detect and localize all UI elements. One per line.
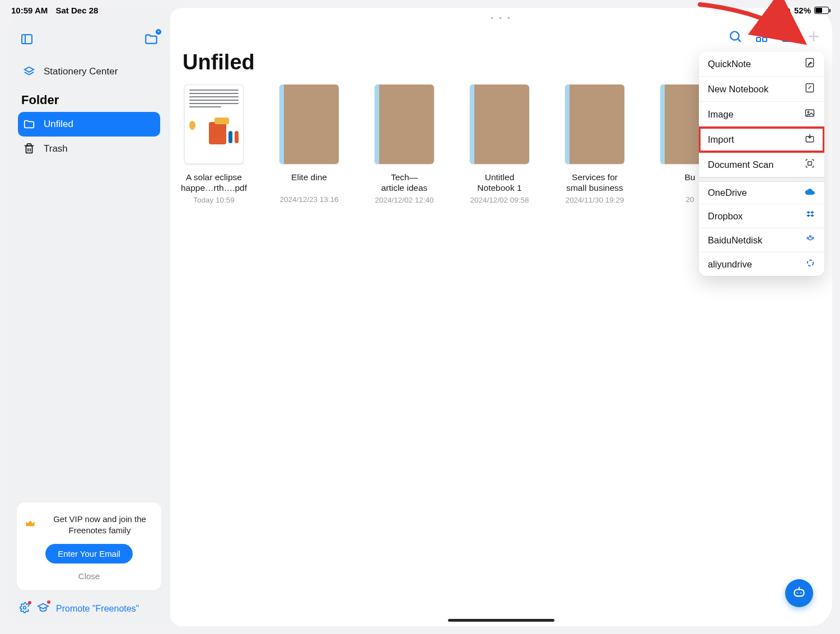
compose-icon[interactable]: [781, 30, 794, 45]
svg-rect-10: [763, 31, 767, 35]
notebook-date: 2024/12/02 12:40: [366, 196, 442, 204]
notebook-card[interactable]: Elite dine2024/12/23 13:16: [271, 84, 347, 204]
notebook-date: 2024/12/02 09:58: [461, 196, 538, 204]
dropdown-label: OneDrive: [708, 187, 747, 198]
image-icon: [804, 107, 815, 121]
notebook-card[interactable]: Services forsmall business2024/11/30 19:…: [557, 84, 633, 204]
notebook-card[interactable]: A solar eclipse happe…rth….pdfToday 10:5…: [176, 84, 252, 204]
enter-email-button[interactable]: Enter Your Email: [45, 544, 133, 563]
battery-pct: 52%: [794, 6, 811, 15]
notebook-title: Services forsmall business: [557, 172, 633, 194]
dropdown-separator: [699, 177, 824, 182]
svg-rect-12: [763, 37, 767, 41]
wifi-icon: [771, 6, 781, 14]
promote-link[interactable]: Promote "Freenotes": [56, 604, 139, 614]
notebook-title: Tech—article ideas: [366, 172, 442, 194]
svg-rect-21: [808, 162, 812, 166]
status-time: 10:59 AM: [11, 6, 48, 15]
notebook-card[interactable]: UntitledNotebook 12024/12/02 09:58: [461, 84, 538, 204]
notebook-icon: [804, 82, 815, 96]
notebook-thumb: [565, 84, 624, 164]
svg-point-27: [797, 592, 798, 593]
svg-rect-3: [26, 146, 32, 153]
import-icon: [804, 133, 815, 146]
quicknote-icon: [804, 57, 815, 71]
promo-text: Get VIP now and join the Freenotes famil…: [46, 514, 153, 537]
dropdown-item-image[interactable]: Image: [699, 102, 824, 127]
notebook-title: Elite dine: [271, 172, 347, 193]
notebook-thumb: [470, 84, 529, 164]
svg-rect-0: [22, 35, 32, 44]
sidebar-item-unfiled[interactable]: Unfiled: [18, 112, 160, 137]
grid-view-icon[interactable]: [755, 30, 768, 45]
dropdown-label: Image: [708, 109, 734, 120]
svg-point-6: [24, 607, 26, 609]
notebook-title: UntitledNotebook 1: [461, 172, 538, 194]
dropbox-icon: [805, 210, 815, 222]
status-bar: 10:59 AM Sat Dec 28 ⊕ 52%: [0, 0, 840, 20]
crown-icon: [25, 518, 36, 532]
search-icon[interactable]: [728, 29, 743, 46]
add-icon[interactable]: [806, 29, 821, 46]
svg-point-19: [808, 111, 809, 113]
svg-point-22: [807, 237, 809, 239]
dropdown-item-dropbox[interactable]: Dropbox: [699, 204, 824, 228]
notebook-card[interactable]: Tech—article ideas2024/12/02 12:40: [366, 84, 442, 204]
pdf-thumb: [184, 84, 244, 164]
vip-promo-card: Get VIP now and join the Freenotes famil…: [17, 502, 161, 591]
dropdown-item-notebook[interactable]: New Notebook: [699, 77, 824, 102]
notebook-thumb: [279, 84, 339, 164]
battery-icon: [814, 7, 829, 14]
aliyun-icon: [805, 258, 815, 270]
notebook-date: 2024/11/30 19:29: [557, 196, 633, 204]
scan-icon: [804, 158, 815, 171]
dropdown-label: aliyundrive: [708, 259, 752, 270]
dropdown-item-aliyun[interactable]: aliyundrive: [699, 252, 824, 276]
notebook-date: Today 10:59: [176, 196, 252, 204]
dropdown-label: Document Scan: [708, 159, 773, 170]
notebook-title: A solar eclipse happe…rth….pdf: [176, 172, 252, 194]
svg-marker-2: [25, 67, 34, 72]
trash-icon: [22, 142, 36, 156]
new-folder-icon[interactable]: +: [142, 30, 160, 48]
graduation-icon[interactable]: [37, 602, 49, 616]
dropdown-label: New Notebook: [708, 84, 768, 95]
svg-point-28: [800, 592, 801, 593]
dropdown-item-import[interactable]: Import: [699, 127, 824, 152]
svg-rect-26: [794, 590, 804, 597]
svg-point-23: [810, 236, 811, 237]
add-dropdown: QuickNoteNew NotebookImageImportDocument…: [699, 51, 824, 276]
dropdown-item-quicknote[interactable]: QuickNote: [699, 51, 824, 77]
dropdown-item-baidu[interactable]: BaiduNetdisk: [699, 228, 824, 252]
status-date: Sat Dec 28: [55, 6, 98, 15]
svg-point-24: [812, 237, 814, 239]
sidebar-item-label: Trash: [44, 143, 68, 154]
baidu-icon: [805, 234, 815, 246]
svg-line-8: [738, 39, 741, 42]
main-pane: • • • Unfiled A solar e: [170, 8, 832, 626]
notebook-thumb: [375, 84, 434, 164]
dropdown-label: Dropbox: [708, 211, 743, 222]
folder-icon: [22, 118, 36, 131]
dropdown-label: BaiduNetdisk: [708, 235, 762, 246]
layers-icon: [22, 65, 36, 78]
sidebar-item-trash[interactable]: Trash: [18, 137, 160, 161]
dropdown-item-scan[interactable]: Document Scan: [699, 152, 824, 177]
sidebar-toggle-icon[interactable]: [18, 30, 36, 48]
folder-section-title: Folder: [8, 84, 170, 112]
svg-point-25: [808, 260, 814, 266]
dropdown-label: Import: [708, 134, 734, 145]
settings-icon[interactable]: [19, 602, 30, 616]
svg-rect-11: [757, 37, 760, 41]
sidebar: + Stationery Center Folder Unfiled: [8, 8, 170, 626]
dropdown-item-onedrive[interactable]: OneDrive: [699, 182, 824, 204]
chat-fab[interactable]: [785, 579, 813, 607]
stationery-label: Stationery Center: [44, 66, 118, 77]
stationery-center-row[interactable]: Stationery Center: [18, 59, 160, 84]
promo-close-button[interactable]: Close: [78, 571, 100, 581]
svg-point-30: [799, 587, 800, 588]
onedrive-icon: [804, 187, 815, 198]
home-indicator: [448, 619, 554, 622]
svg-rect-9: [757, 31, 760, 35]
notebook-date: 2024/12/23 13:16: [271, 195, 347, 204]
